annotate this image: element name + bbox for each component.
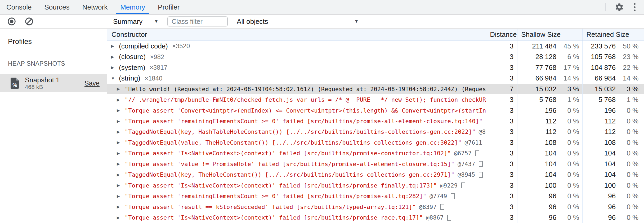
constructor-cell: ▶"Torque assert 'Convert<uintptr>(endInd… [107, 105, 486, 116]
constructor-cell: ▶"Torque assert 'Is<NativeContext>(conte… [107, 212, 486, 223]
retained-size-cell: 960 % [582, 191, 644, 202]
expand-icon[interactable]: ▶ [117, 204, 125, 209]
table-row[interactable]: ▶"TaggedNotEqual(key, HashTableHoleConst… [107, 127, 644, 137]
profile-view-select[interactable]: Summary ▼ [113, 17, 158, 26]
expand-icon[interactable]: ▶ [117, 130, 125, 134]
table-row[interactable]: ▼(string)×1840366 98414 %66 98414 % [107, 73, 644, 83]
size-percent: 0 % [616, 213, 638, 222]
table-row[interactable]: ▶(system)×3817377 76817 %104 87622 % [107, 62, 644, 73]
expand-icon[interactable]: ▶ [117, 151, 125, 156]
table-row[interactable]: ▶"Torque assert 'remainingElementsCount … [107, 116, 644, 126]
expand-icon[interactable]: ▶ [117, 194, 125, 199]
three-dot-menu-icon[interactable] [633, 2, 637, 12]
tab-console[interactable]: Console [0, 0, 38, 14]
object-id: @9229 [440, 182, 458, 189]
svg-text:%: % [12, 82, 17, 88]
column-header-distance[interactable]: Distance [486, 29, 517, 41]
tab-profiler[interactable]: Profiler [151, 0, 186, 14]
retained-size-cell: 104 87622 % [582, 62, 644, 73]
size-percent: 3 % [616, 85, 638, 93]
expand-icon[interactable]: ▶ [117, 162, 125, 166]
object-link-icon[interactable] [479, 172, 483, 178]
table-row[interactable]: ▶(compiled code)×35203211 48445 %233 576… [107, 41, 644, 51]
tab-sources[interactable]: Sources [38, 0, 76, 14]
profiles-sidebar: Profiles HEAP SNAPSHOTS % Snapshot 1 468… [0, 29, 107, 223]
expand-icon[interactable]: ▶ [117, 140, 125, 145]
tab-network[interactable]: Network [76, 0, 114, 14]
object-link-icon[interactable] [451, 193, 455, 199]
column-header-retained-size[interactable]: Retained Size [582, 29, 644, 41]
record-icon[interactable] [7, 17, 16, 26]
retained-size-cell: 960 % [582, 212, 644, 223]
expand-icon[interactable]: ▶ [111, 44, 119, 48]
table-row[interactable]: ▶"Torque assert 'Convert<uintptr>(endInd… [107, 105, 644, 116]
table-row[interactable]: ▶"Hello world! (Requested at: 2024-08-19… [107, 84, 644, 94]
expand-icon[interactable]: ▶ [117, 108, 125, 113]
constructor-cell: ▶(closure)×982 [107, 51, 486, 62]
object-link-icon[interactable] [447, 215, 451, 221]
table-row[interactable]: ▶"Torque assert 'result == kStoreSuccede… [107, 202, 644, 212]
save-link[interactable]: Save [84, 79, 100, 87]
size-value: 112 [545, 117, 556, 125]
distance-cell: 3 [486, 180, 517, 191]
table-row[interactable]: ▶"// .wrangler/tmp/bundle-FmNIt0/checked… [107, 94, 644, 105]
size-value: 104 [604, 160, 616, 168]
table-row[interactable]: ▶"TaggedNotEqual(key, TheHoleConstant())… [107, 170, 644, 180]
toolbar-divider [605, 3, 606, 11]
expand-icon[interactable]: ▶ [117, 97, 125, 102]
expand-icon[interactable]: ▶ [117, 172, 125, 177]
profiles-title: Profiles [8, 38, 107, 46]
string-value: "Torque assert 'Is<NativeContext>(contex… [125, 214, 423, 221]
object-link-icon[interactable] [475, 150, 479, 156]
table-row[interactable]: ▶(closure)×982328 1286 %105 76823 % [107, 51, 644, 62]
snapshot-item[interactable]: % Snapshot 1 468 kB Save [0, 74, 107, 92]
gear-icon[interactable] [615, 3, 624, 12]
clear-icon[interactable] [24, 17, 34, 26]
string-value: "Torque assert 'Is<NativeContext>(contex… [125, 150, 451, 157]
retained-size-cell: 105 76823 % [582, 51, 644, 62]
table-row[interactable]: ▶"TaggedNotEqual(value, TheHoleConstant(… [107, 137, 644, 148]
heap-snapshot-file-icon: % [10, 77, 20, 90]
shallow-size-cell: 211 48445 % [517, 41, 582, 51]
object-link-icon[interactable] [461, 182, 465, 188]
expand-icon[interactable]: ▶ [117, 87, 125, 91]
size-percent: 0 % [616, 106, 638, 115]
retained-size-cell: 1040 % [582, 159, 644, 169]
table-row[interactable]: ▶"Torque assert 'Is<NativeContext>(conte… [107, 148, 644, 159]
distance-cell: 3 [486, 105, 517, 116]
size-percent: 14 % [616, 74, 638, 82]
expand-icon[interactable]: ▶ [117, 215, 125, 220]
object-link-icon[interactable] [440, 204, 444, 210]
table-row[interactable]: ▶"Torque assert 'Is<NativeContext>(conte… [107, 212, 644, 223]
expand-icon[interactable]: ▶ [111, 65, 119, 70]
object-link-icon[interactable] [479, 161, 483, 167]
collapse-icon[interactable]: ▼ [111, 76, 119, 81]
panel-toolbar-row: Summary ▼ All objects ▼ [0, 15, 644, 29]
table-row[interactable]: ▶"Torque assert 'value != PromiseHole' f… [107, 159, 644, 169]
object-filter-select[interactable]: All objects ▼ [237, 17, 359, 26]
size-percent: 0 % [556, 203, 579, 211]
memory-toolbar: Summary ▼ All objects ▼ [107, 15, 644, 29]
expand-icon[interactable]: ▶ [117, 183, 125, 188]
retained-size-cell: 1040 % [582, 148, 644, 159]
distance-cell: 3 [486, 41, 517, 51]
retained-size-cell: 1040 % [582, 170, 644, 180]
column-header-shallow-size[interactable]: Shallow Size [517, 29, 582, 41]
tab-memory[interactable]: Memory [114, 0, 151, 14]
constructor-cell: ▶(compiled code)×3520 [107, 41, 486, 51]
expand-icon[interactable]: ▶ [111, 55, 119, 59]
size-value: 96 [549, 192, 556, 200]
string-value: "Torque assert 'remainingElementsCount >… [125, 118, 482, 124]
expand-icon[interactable]: ▶ [117, 119, 125, 124]
retained-size-cell: 1000 % [582, 180, 644, 191]
class-filter-input[interactable] [167, 16, 228, 26]
table-row[interactable]: ▶"Torque assert 'remainingElementsCount … [107, 191, 644, 202]
column-header-constructor[interactable]: Constructor [107, 30, 486, 39]
size-percent: 22 % [616, 64, 638, 72]
panel-content: Profiles HEAP SNAPSHOTS % Snapshot 1 468… [0, 29, 644, 223]
shallow-size-cell: 1040 % [517, 148, 582, 159]
distance-cell: 3 [486, 202, 517, 212]
size-value: 66 984 [535, 74, 557, 82]
size-percent: 0 % [556, 117, 579, 125]
table-row[interactable]: ▶"Torque assert 'Is<NativeContext>(conte… [107, 180, 644, 191]
